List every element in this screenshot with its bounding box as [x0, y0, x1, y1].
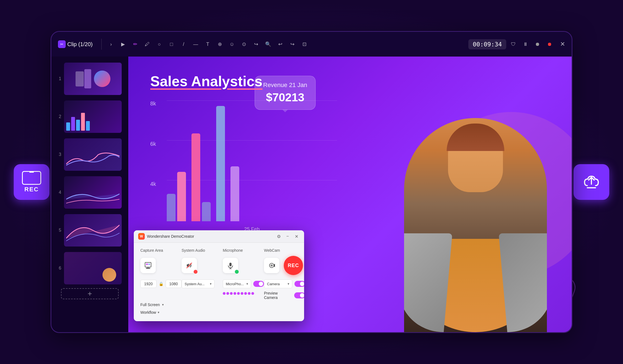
main-content: Revenue 21 Jan $70213 Sales Analystics 8… — [128, 57, 572, 332]
toolbar-btn-spotlight[interactable]: ⊙ — [239, 39, 249, 49]
audio-dropdown[interactable]: System Au... ▾ — [182, 279, 215, 288]
svg-rect-8 — [229, 263, 232, 266]
dot-1 — [223, 292, 226, 295]
toolbar-btn-navigate[interactable]: › — [106, 39, 116, 49]
mic-level-dots — [223, 292, 264, 300]
slide-item-5[interactable]: 5 — [54, 212, 126, 248]
slide-item-4[interactable]: 4 — [54, 175, 126, 210]
toolbar-btn-record-circle[interactable]: ⏺ — [533, 39, 543, 49]
size-inputs: 1920 🔒 1080 — [140, 280, 182, 288]
outer-wrapper: REC ➤ ✂ Clip (1/20) › ▶ ✏ 🖊 ○ □ — [0, 0, 623, 364]
workflow-row: Workflow ▾ — [140, 310, 297, 315]
bar-1b — [177, 172, 186, 221]
bar-2b — [202, 202, 211, 221]
mic-toggle[interactable] — [253, 281, 264, 287]
dialog-close-button[interactable]: ✕ — [293, 233, 300, 240]
full-screen-label: Full Screen — [140, 303, 160, 307]
toolbar-btn-redo[interactable]: ↪ — [287, 39, 297, 49]
chart-area: Sales Analystics 8k 6k 4k — [150, 73, 343, 232]
toolbar-btn-ellipse[interactable]: ○ — [154, 39, 164, 49]
slide-num-1: 1 — [56, 76, 61, 81]
camera-toggle[interactable] — [294, 281, 304, 287]
slide-item-1[interactable]: 1 — [54, 61, 126, 97]
person-area — [379, 99, 572, 332]
toolbar-btn-highlight[interactable]: 🖊 — [142, 39, 152, 49]
preview-camera-toggle[interactable] — [294, 292, 304, 298]
y-label-4k: 4k — [150, 181, 156, 187]
slide-item-2[interactable]: 2 — [54, 99, 126, 135]
dialog-column-labels: Capture Area System Audio Microphone Web… — [140, 248, 297, 253]
system-audio-icon — [182, 258, 197, 273]
toolbar-btn-group[interactable]: ⊕ — [215, 39, 225, 49]
slide-item-6[interactable]: 6 — [54, 250, 126, 286]
mic-toggle-group: MicroPho... ▾ — [223, 279, 264, 288]
microphone-label: Microphone — [223, 248, 264, 253]
webcam-icon — [264, 258, 279, 273]
upload-button[interactable] — [574, 164, 609, 200]
slide-num-5: 5 — [56, 228, 61, 233]
width-input[interactable]: 1920 — [140, 280, 157, 288]
webcam-label: WebCam — [264, 248, 304, 253]
toolbar-btn-pen[interactable]: ✏ — [130, 39, 140, 49]
full-screen-arrow: ▾ — [162, 303, 164, 307]
toolbar-btn-pause[interactable]: ⏸ — [521, 39, 530, 49]
dialog-settings-button[interactable]: ⚙ — [276, 233, 282, 240]
preview-camera-label: Preview Camera — [264, 291, 292, 300]
slide-panel: 1 2 — [51, 57, 128, 332]
svg-rect-1 — [145, 262, 151, 267]
dialog-titlebar: W Wondershare DemoCreator ⚙ − ✕ — [134, 230, 304, 243]
dialog-minimize-button[interactable]: − — [284, 233, 291, 240]
dot-8 — [248, 292, 251, 295]
camera-dropdown[interactable]: Camera ▾ — [264, 279, 292, 288]
workflow-label: Workflow — [140, 310, 156, 315]
toolbar-btn-line[interactable]: / — [179, 39, 188, 49]
mic-badge — [234, 269, 239, 274]
toolbar-btn-shield[interactable]: 🛡 — [508, 39, 518, 49]
toolbar-btn-zoom[interactable]: 🔍 — [263, 39, 273, 49]
toolbar-separator — [101, 39, 102, 50]
bar-group-3 — [216, 106, 225, 221]
full-screen-row: Full Screen ▾ — [140, 303, 297, 307]
y-label-8k: 8k — [150, 100, 156, 107]
toolbar-btn-board[interactable]: ⊡ — [299, 39, 309, 49]
size-control: 1920 🔒 1080 — [140, 280, 182, 288]
bottom-controls: Full Screen ▾ Workflow ▾ — [140, 303, 297, 315]
svg-rect-6 — [187, 264, 188, 267]
toolbar-btn-text[interactable]: T — [203, 39, 213, 49]
svg-rect-4 — [146, 264, 148, 265]
toolbar-close-button[interactable]: ✕ — [560, 41, 565, 48]
bar-4a — [230, 166, 239, 221]
toolbar-btn-emoji[interactable]: ☺ — [227, 39, 237, 49]
chart-container: 8k 6k 4k — [150, 100, 337, 232]
toolbar-btn-arrow[interactable]: ↪ — [251, 39, 261, 49]
slide-num-4: 4 — [56, 190, 61, 195]
mic-level-row: Preview Camera — [140, 291, 297, 300]
mic-dropdown[interactable]: MicroPho... ▾ — [223, 279, 251, 288]
dot-6 — [241, 292, 243, 295]
height-input[interactable]: 1080 — [166, 280, 182, 288]
slide-num-2: 2 — [56, 114, 61, 119]
toolbar-btn-rect[interactable]: □ — [166, 39, 176, 49]
camera-dropdown-arrow: ▾ — [288, 282, 289, 286]
toolbar-btn-record-red[interactable]: ⏺ — [545, 39, 555, 49]
timer-display: 00:09:34 — [468, 39, 506, 49]
clip-label: ✂ Clip (1/20) — [58, 40, 93, 48]
svg-point-12 — [271, 264, 273, 267]
bar-group-2 — [191, 133, 211, 221]
slide-item-3[interactable]: 3 — [54, 137, 126, 172]
rec-record-button[interactable]: REC — [284, 256, 303, 275]
app-icon: W — [138, 233, 145, 240]
main-screen: ✂ Clip (1/20) › ▶ ✏ 🖊 ○ □ / — T ⊕ ☺ ⊙ ↪ … — [51, 31, 572, 333]
toolbar: ✂ Clip (1/20) › ▶ ✏ 🖊 ○ □ / — T ⊕ ☺ ⊙ ↪ … — [51, 32, 572, 57]
toolbar-btn-undo[interactable]: ↩ — [275, 39, 285, 49]
toolbar-btn-straight[interactable]: — — [191, 39, 201, 49]
slide-thumb-4 — [64, 176, 122, 209]
audio-badge — [193, 269, 198, 274]
slide-thumb-2 — [64, 100, 122, 133]
add-slide-button[interactable]: + — [61, 288, 119, 299]
toolbar-btn-select[interactable]: ▶ — [118, 39, 128, 49]
webcam-section: REC — [264, 256, 304, 275]
bars-container — [167, 100, 337, 221]
svg-rect-5 — [148, 264, 150, 265]
rec-left-button[interactable]: REC — [14, 164, 49, 200]
